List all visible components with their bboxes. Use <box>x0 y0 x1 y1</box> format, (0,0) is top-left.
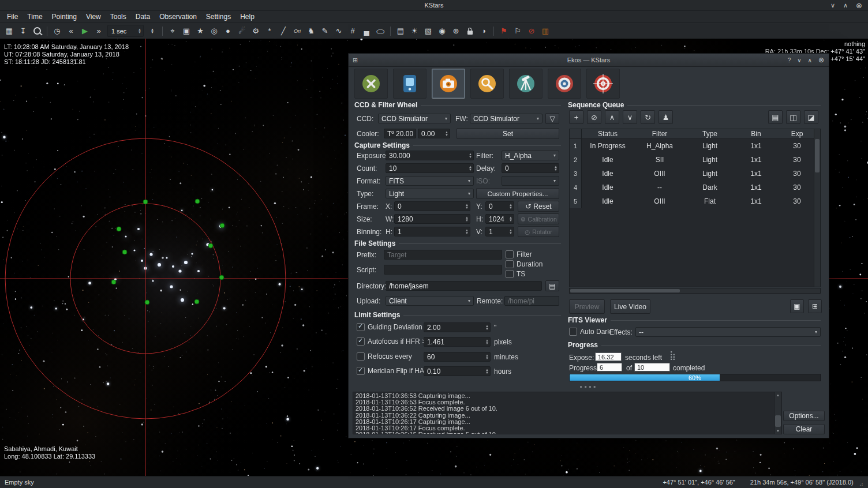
maximize-icon[interactable]: ∧ <box>843 2 848 9</box>
checkbox[interactable] <box>506 250 514 258</box>
red-flag-icon[interactable]: ⚑ <box>497 24 511 38</box>
satellite-icon[interactable]: ⚙ <box>249 24 263 38</box>
size-w-spin[interactable]: 1280▲▼ <box>394 214 470 224</box>
stars-icon[interactable]: ★ <box>193 24 207 38</box>
location-infobox[interactable]: Sabahiya, Ahmadi, Kuwait Long: 48.100833… <box>4 445 95 460</box>
window-titlebar[interactable]: KStars ∨ ∧ ⊗ <box>0 0 868 11</box>
constellation-art-icon[interactable]: ♞ <box>304 24 318 38</box>
time-step-back-icon[interactable]: « <box>64 24 78 38</box>
ekos-tab-capture[interactable] <box>432 69 465 99</box>
menu-observation[interactable]: Observation <box>155 12 201 22</box>
add-job-icon[interactable]: + <box>569 110 583 124</box>
ekos-minimize-icon[interactable]: ∨ <box>797 57 801 63</box>
checkbox[interactable] <box>569 328 577 336</box>
resize-grip-icon[interactable]: ⣠ <box>859 479 863 486</box>
sky-object-marker[interactable] <box>145 300 150 305</box>
prefix-ts-checkbox[interactable]: TS <box>506 270 525 278</box>
download-data-icon[interactable]: ↧ <box>16 24 30 38</box>
browse-directory-button[interactable]: ▤ <box>545 280 559 291</box>
type-combo[interactable]: Light▾ <box>386 189 474 198</box>
time-run-icon[interactable]: ▶ <box>78 24 92 38</box>
move-up-icon[interactable]: ∧ <box>605 110 619 124</box>
chart-icon[interactable]: ▦ <box>2 24 16 38</box>
ekos-tab-align[interactable] <box>586 69 620 99</box>
ekos-maximize-icon[interactable]: ∧ <box>808 57 812 63</box>
fov-icon[interactable]: ▣ <box>179 24 193 38</box>
script-input[interactable] <box>384 265 502 275</box>
pointing-icon[interactable]: ⌖ <box>166 24 179 38</box>
ekos-tab-guide[interactable] <box>548 69 581 99</box>
reset-queue-icon[interactable]: ↻ <box>641 110 655 124</box>
queue-row[interactable]: 2IdleSIILight1x130 <box>570 153 820 167</box>
limit-value-spin-1[interactable]: 1.461▲▼ <box>424 337 491 347</box>
filter-combo[interactable]: H_Alpha▾ <box>502 151 559 160</box>
menu-file[interactable]: File <box>2 12 23 22</box>
color-scheme-icon[interactable]: ◑ <box>477 24 491 38</box>
bin-v-spin[interactable]: 1▲▼ <box>485 227 514 237</box>
auto-dark-checkbox[interactable]: Auto Dark <box>569 328 611 336</box>
find-object-icon[interactable] <box>30 24 44 38</box>
effects-combo[interactable]: --▾ <box>635 327 821 337</box>
sky-object-marker[interactable] <box>122 250 128 255</box>
sky-object-marker[interactable] <box>143 200 148 205</box>
supernova-icon[interactable]: * <box>263 24 276 38</box>
time-infobox[interactable]: LT: 10:28:08 AM Saturday, January 13, 20… <box>4 43 129 66</box>
sky-object-marker[interactable] <box>195 199 200 204</box>
menu-view[interactable]: View <box>81 12 106 22</box>
meteor-shower-icon[interactable]: ╱ <box>276 24 290 38</box>
queue-row[interactable]: 1In ProgressH_AlphaLight1x130 <box>570 139 820 153</box>
log-view[interactable]: 2018-01-13T10:36:53 Capturing image...20… <box>353 392 782 434</box>
whats-interesting-icon[interactable]: ☀ <box>407 24 421 38</box>
comet-icon[interactable]: ☄ <box>235 24 249 38</box>
upload-combo[interactable]: Client▾ <box>386 296 474 306</box>
checkbox[interactable] <box>506 270 514 278</box>
directory-input[interactable] <box>386 281 542 291</box>
ekos-tab-devices[interactable] <box>393 69 426 99</box>
live-video-button[interactable]: Live Video <box>610 299 650 314</box>
time-step-forward-icon[interactable]: » <box>92 24 106 38</box>
sequence-queue-table[interactable]: StatusFilterTypeBinExp1In ProgressH_Alph… <box>569 129 821 287</box>
menu-data[interactable]: Data <box>131 12 155 22</box>
sky-object-marker[interactable] <box>111 280 117 285</box>
sky-object-marker[interactable] <box>220 223 225 228</box>
ccd-combo[interactable]: CCD Simulator▾ <box>378 114 451 123</box>
queue-row[interactable]: 3IdleOIIILight1x130 <box>570 167 820 181</box>
sky-object-marker[interactable] <box>117 227 122 232</box>
menu-time[interactable]: Time <box>23 12 47 22</box>
toolbox-icon[interactable]: ▥ <box>538 24 552 38</box>
options-button[interactable]: Options... <box>783 411 825 421</box>
menu-settings[interactable]: Settings <box>201 12 235 22</box>
white-flag-icon[interactable]: ⚐ <box>511 24 525 38</box>
log-vscrollbar[interactable]: ▲ ▼ <box>774 392 781 434</box>
ekos-help-icon[interactable]: ? <box>788 57 791 63</box>
ecliptic-icon[interactable]: ◯ <box>373 27 387 35</box>
custom-properties-button[interactable]: Custom Properties... <box>476 188 559 199</box>
deep-sky-icon[interactable]: ◎ <box>207 24 221 38</box>
fits-grid-view-button[interactable]: ⊞ <box>808 299 822 313</box>
solar-system-icon[interactable]: ● <box>221 24 235 38</box>
frame-reset-button[interactable]: ↺Reset <box>518 201 559 212</box>
exposure-spin[interactable]: 30.000▲▼ <box>386 151 474 160</box>
queue-hscrollbar[interactable] <box>569 288 821 294</box>
lock-position-icon[interactable] <box>463 24 477 38</box>
limit-value-spin-0[interactable]: 2.00▲▼ <box>424 322 491 332</box>
limit-checkbox-0[interactable]: Guiding Deviation < <box>357 323 428 331</box>
splitter-handle[interactable]: ●●●● <box>349 384 829 389</box>
clear-log-button[interactable]: Clear <box>783 424 825 434</box>
prefix-duration-checkbox[interactable]: Duration <box>506 260 542 268</box>
size-h-spin[interactable]: 1024▲▼ <box>485 214 514 224</box>
prefix-filter-checkbox[interactable]: Filter <box>506 250 532 258</box>
close-icon[interactable]: ⊗ <box>856 1 862 10</box>
limit-value-spin-2[interactable]: 60▲▼ <box>424 352 491 362</box>
prefix-input[interactable] <box>384 250 502 260</box>
frame-x-spin[interactable]: 0▲▼ <box>394 201 470 211</box>
timestep-spinbox[interactable]: 1 sec▲▼ <box>107 25 144 37</box>
save-queue-as-icon[interactable]: ◪ <box>804 110 818 124</box>
bin-h-spin[interactable]: 1▲▼ <box>394 227 470 237</box>
constellation-names-icon[interactable]: Ori <box>290 24 304 38</box>
sky-object-marker[interactable] <box>219 275 225 280</box>
sky-object-marker[interactable] <box>194 299 200 305</box>
observation-list-icon[interactable]: ▤ <box>394 24 407 38</box>
filter-manager-button[interactable]: ▽ <box>545 113 559 124</box>
checkbox[interactable] <box>506 260 514 268</box>
